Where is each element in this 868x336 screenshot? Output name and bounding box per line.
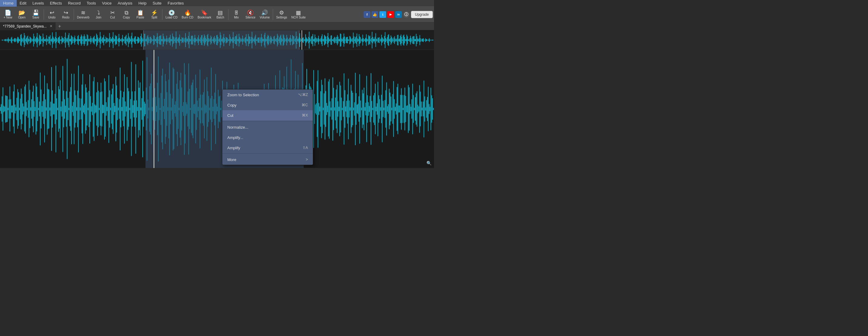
undo-icon: ↩ <box>50 10 54 15</box>
settings-icon: ⚙ <box>279 10 284 15</box>
nchsuite-icon: ▦ <box>296 10 301 15</box>
batch-icon: ▤ <box>218 10 223 15</box>
ctx-copy[interactable]: Copy ⌘C <box>222 100 313 110</box>
minimap-selection <box>143 30 300 49</box>
batch-button[interactable]: ▤ Batch <box>214 7 227 22</box>
menu-help[interactable]: Help <box>135 0 150 7</box>
open-button[interactable]: 📂 Open <box>15 7 29 22</box>
twitter-icon[interactable]: t <box>379 11 386 18</box>
ctx-more[interactable]: More > <box>222 155 313 165</box>
bookmark-icon: 🔖 <box>201 10 208 15</box>
save-icon: 💾 <box>32 10 39 15</box>
nchsuite-button[interactable]: ▦ NCH Suite <box>289 7 307 22</box>
playhead <box>154 50 154 168</box>
volume-icon: 🔊 <box>261 10 268 15</box>
youtube-icon[interactable]: ▶ <box>387 11 394 18</box>
loadcd-button[interactable]: 💿 Load CD <box>164 7 179 22</box>
waveform-container: Zoom to Selection ⌥⌘Z Copy ⌘C Cut ⌘X Nor… <box>0 30 434 168</box>
menu-levels[interactable]: Levels <box>29 0 47 7</box>
sep4 <box>228 9 228 20</box>
menu-favorites[interactable]: Favorites <box>164 0 187 7</box>
menu-record[interactable]: Record <box>65 0 84 7</box>
tab-bar: *77569_Spandex_Skywa... ✕ + <box>0 23 434 30</box>
linkedin-icon[interactable]: in <box>395 11 402 18</box>
audio-tab[interactable]: *77569_Spandex_Skywa... ✕ <box>0 23 56 30</box>
upgrade-button[interactable]: Upgrade <box>411 11 433 18</box>
loadcd-icon: 💿 <box>168 10 175 15</box>
minimap[interactable] <box>0 30 434 50</box>
menu-effects[interactable]: Effects <box>47 0 65 7</box>
join-button[interactable]: ⤵ Join <box>92 7 105 22</box>
silence-icon: 🔇 <box>247 10 254 15</box>
settings-button[interactable]: ⚙ Settings <box>274 7 289 22</box>
dereverb-icon: ≋ <box>81 10 86 15</box>
burncd-button[interactable]: 🔥 Burn CD <box>180 7 195 22</box>
new-icon: 📄 <box>4 10 11 15</box>
context-menu: Zoom to Selection ⌥⌘Z Copy ⌘C Cut ⌘X Nor… <box>222 89 313 165</box>
menu-tools[interactable]: Tools <box>84 0 99 7</box>
cut-icon: ✂ <box>110 10 115 15</box>
redo-button[interactable]: ↪ Redo <box>59 7 72 22</box>
split-icon: ⚡ <box>151 10 158 15</box>
ctx-normalize[interactable]: Normalize... <box>222 122 313 132</box>
ctx-sep2 <box>222 154 313 154</box>
save-button[interactable]: 💾 Save <box>29 7 42 22</box>
copy-icon: ⧉ <box>125 10 128 15</box>
toolbar-right: f 👍 t ▶ in ⓘ Upgrade <box>364 11 433 18</box>
redo-icon: ↪ <box>64 10 68 15</box>
bookmark-button[interactable]: 🔖 Bookmark <box>196 7 213 22</box>
menu-edit[interactable]: Edit <box>17 0 29 7</box>
ctx-amplify-dots[interactable]: Amplify... <box>222 132 313 142</box>
main-waveform[interactable] <box>0 50 434 168</box>
sep5 <box>273 9 273 20</box>
menu-analysis[interactable]: Analysis <box>115 0 135 7</box>
minimap-playhead <box>302 30 302 49</box>
menu-voice[interactable]: Voice <box>99 0 115 7</box>
mix-button[interactable]: 🎚 Mix <box>230 7 243 22</box>
menu-bar: Home Edit Levels Effects Record Tools Vo… <box>0 0 434 7</box>
menu-home[interactable]: Home <box>0 0 17 7</box>
new-button[interactable]: 📄 + New <box>1 7 14 22</box>
mix-icon: 🎚 <box>234 10 239 15</box>
ctx-zoom-to-selection[interactable]: Zoom to Selection ⌥⌘Z <box>222 90 313 100</box>
toolbar: 📄 + New 📂 Open 💾 Save ↩ Undo ↪ Redo ≋ De… <box>0 7 434 23</box>
facebook-icon[interactable]: f <box>364 11 370 18</box>
split-button[interactable]: ⚡ Split <box>148 7 161 22</box>
social-icons: f 👍 t ▶ in ⓘ <box>364 11 410 18</box>
open-icon: 📂 <box>19 10 25 15</box>
tab-close-button[interactable]: ✕ <box>50 24 53 28</box>
paste-button[interactable]: 📋 Paste <box>134 7 147 22</box>
zoom-icon[interactable]: 🔍 <box>427 161 432 166</box>
ctx-cut[interactable]: Cut ⌘X <box>222 110 313 121</box>
ctx-sep1 <box>222 121 313 122</box>
undo-button[interactable]: ↩ Undo <box>45 7 59 22</box>
paste-icon: 📋 <box>137 10 144 15</box>
dereverb-button[interactable]: ≋ Dereverb <box>75 7 91 22</box>
tab-title: *77569_Spandex_Skywa... <box>3 24 47 29</box>
cut-button[interactable]: ✂ Cut <box>106 7 119 22</box>
info-icon[interactable]: ⓘ <box>403 11 410 18</box>
menu-suite[interactable]: Suite <box>149 0 164 7</box>
burncd-icon: 🔥 <box>184 10 191 15</box>
like-icon[interactable]: 👍 <box>372 11 378 18</box>
volume-button[interactable]: 🔊 Volume <box>258 7 272 22</box>
sep3 <box>162 9 162 20</box>
new-label: + New <box>4 16 12 19</box>
join-icon: ⤵ <box>97 10 100 15</box>
ctx-amplify[interactable]: Amplify ⇧A <box>222 142 313 153</box>
copy-button[interactable]: ⧉ Copy <box>120 7 133 22</box>
silence-button[interactable]: 🔇 Silence <box>244 7 257 22</box>
add-tab-button[interactable]: + <box>56 23 63 30</box>
